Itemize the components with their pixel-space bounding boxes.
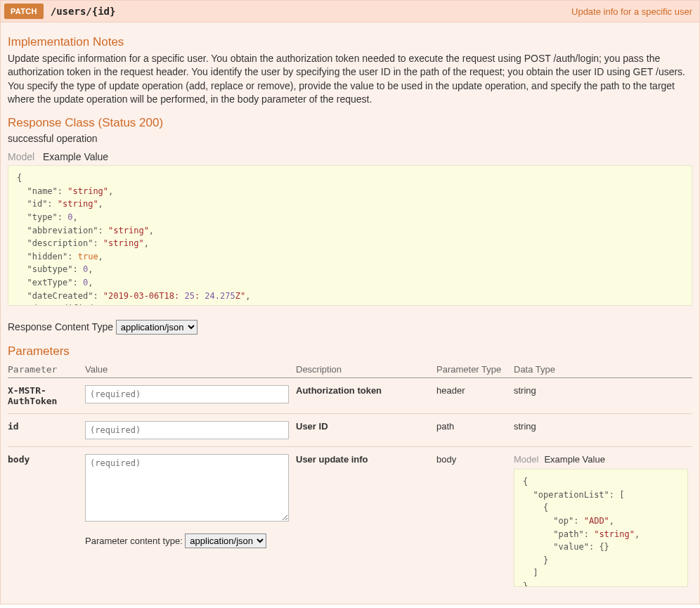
param-type: body <box>436 447 514 595</box>
response-class-title: Response Class (Status 200) <box>8 116 692 130</box>
implementation-notes-text: Update specific information for a specif… <box>8 52 692 106</box>
th-parameter: Parameter <box>8 361 85 378</box>
parameters-table: Parameter Value Description Parameter Ty… <box>8 361 692 594</box>
param-name: X-MSTR-AuthToken <box>8 378 85 414</box>
param-data-type: ModelExample Value{ "operationList": [ {… <box>514 447 692 595</box>
parameter-content-type-select[interactable]: application/json <box>185 533 266 548</box>
response-example-code[interactable]: { "name": "string", "id": "string", "typ… <box>8 165 692 306</box>
param-type: header <box>436 378 514 414</box>
th-data-type: Data Type <box>514 361 692 378</box>
operation-body: Implementation Notes Update specific inf… <box>0 22 700 604</box>
body-signature-tabs: ModelExample Value <box>514 454 688 465</box>
endpoint-path[interactable]: /users/{id} <box>51 6 116 17</box>
th-value: Value <box>85 361 296 378</box>
parameter-content-type-row: Parameter content type: application/json <box>85 533 292 548</box>
tab-model[interactable]: Model <box>8 151 34 162</box>
endpoint-summary: Update info for a specific user <box>571 6 692 17</box>
param-textarea[interactable] <box>85 454 289 522</box>
param-value-cell: Parameter content type: application/json <box>85 447 296 595</box>
body-example-code[interactable]: { "operationList": [ { "op": "ADD", "pat… <box>514 469 688 587</box>
method-badge: PATCH <box>4 4 44 19</box>
th-parameter-type: Parameter Type <box>436 361 514 378</box>
param-data-type: string <box>514 378 692 414</box>
response-status-text: successful operation <box>8 133 692 144</box>
implementation-notes-title: Implementation Notes <box>8 35 692 49</box>
operation-header[interactable]: PATCH /users/{id} Update info for a spec… <box>0 0 700 22</box>
table-row: X-MSTR-AuthTokenAuthorization tokenheade… <box>8 378 692 414</box>
param-input[interactable] <box>85 385 289 403</box>
param-data-type: string <box>514 414 692 447</box>
response-signature-tabs: Model Example Value <box>8 151 692 162</box>
tab-example-value[interactable]: Example Value <box>43 151 108 162</box>
table-row: idUser IDpathstring <box>8 414 692 447</box>
param-name: id <box>8 414 85 447</box>
tab-example-value[interactable]: Example Value <box>544 454 604 465</box>
param-name: body <box>8 447 85 595</box>
response-content-type-label: Response Content Type <box>8 321 113 332</box>
parameters-title: Parameters <box>8 344 692 358</box>
response-content-type-select[interactable]: application/json <box>116 320 197 335</box>
table-row: bodyParameter content type: application/… <box>8 447 692 595</box>
param-description: User update info <box>296 447 436 595</box>
param-type: path <box>436 414 514 447</box>
param-value-cell <box>85 414 296 447</box>
param-input[interactable] <box>85 421 289 439</box>
param-description: User ID <box>296 414 436 447</box>
tab-model[interactable]: Model <box>514 454 538 465</box>
param-value-cell <box>85 378 296 414</box>
th-description: Description <box>296 361 436 378</box>
parameter-content-type-label: Parameter content type: <box>85 536 185 546</box>
response-content-type-row: Response Content Type application/json <box>8 320 692 335</box>
param-description: Authorization token <box>296 378 436 414</box>
